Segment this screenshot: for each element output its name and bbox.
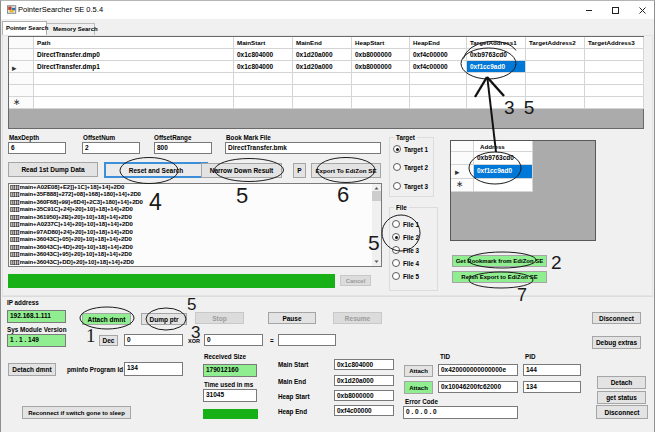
svg-text:3 5: 3 5 xyxy=(504,97,536,118)
svg-text:5: 5 xyxy=(187,295,196,314)
svg-text:7: 7 xyxy=(517,285,527,305)
svg-text:5: 5 xyxy=(368,231,380,254)
svg-text:2: 2 xyxy=(551,252,562,273)
svg-text:6: 6 xyxy=(337,182,349,207)
svg-text:1: 1 xyxy=(86,325,96,346)
svg-text:5: 5 xyxy=(236,183,248,208)
svg-text:4: 4 xyxy=(149,189,162,215)
svg-text:3: 3 xyxy=(191,323,200,342)
